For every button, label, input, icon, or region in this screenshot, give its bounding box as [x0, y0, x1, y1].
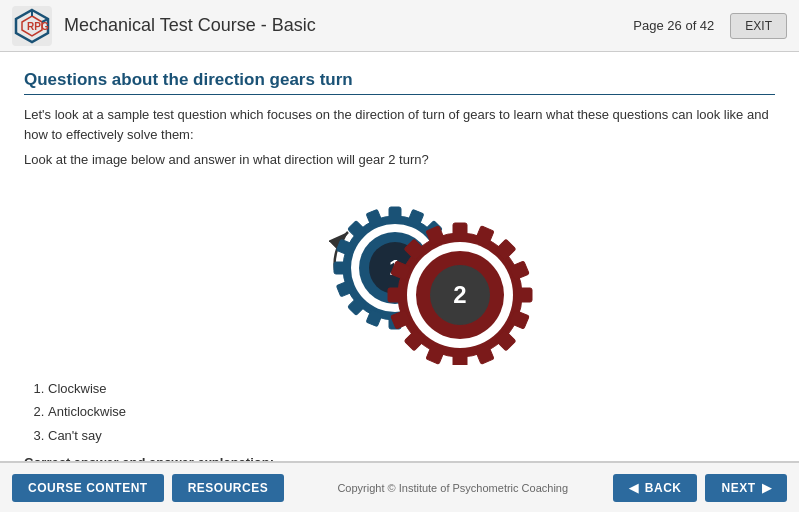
question-text: Look at the image below and answer in wh…	[24, 152, 775, 167]
correct-answer-label: Correct answer and answer explanation:	[24, 455, 775, 462]
section-title: Questions about the direction gears turn	[24, 70, 775, 95]
svg-text:RPG: RPG	[27, 21, 49, 32]
next-button[interactable]: NEXT ▶	[705, 474, 787, 502]
svg-rect-9	[389, 207, 401, 221]
gears-illustration: 1	[24, 177, 775, 367]
resources-button[interactable]: RESOURCES	[172, 474, 285, 502]
course-content-button[interactable]: COURSE CONTENT	[12, 474, 164, 502]
gears-svg: 1	[240, 180, 560, 365]
header-title: Mechanical Test Course - Basic	[64, 15, 633, 36]
svg-rect-31	[453, 351, 467, 365]
nav-buttons: ◀ BACK NEXT ▶	[613, 474, 787, 502]
option-2: Anticlockwise	[48, 400, 775, 423]
answer-options: Clockwise Anticlockwise Can't say	[24, 377, 775, 447]
back-arrow-icon: ◀	[629, 481, 639, 495]
option-3: Can't say	[48, 424, 775, 447]
svg-rect-12	[334, 262, 348, 274]
page-info: Page 26 of 42	[633, 18, 714, 33]
footer: COURSE CONTENT RESOURCES Copyright © Ins…	[0, 462, 799, 512]
logo-icon: RPG	[12, 6, 52, 46]
svg-rect-30	[453, 223, 467, 239]
intro-text: Let's look at a sample test question whi…	[24, 105, 775, 144]
main-content: Questions about the direction gears turn…	[0, 52, 799, 462]
copyright-text: Copyright © Institute of Psychometric Co…	[292, 482, 613, 494]
exit-button[interactable]: EXIT	[730, 13, 787, 39]
svg-rect-33	[388, 288, 404, 302]
header: RPG Mechanical Test Course - Basic Page …	[0, 0, 799, 52]
option-1: Clockwise	[48, 377, 775, 400]
next-arrow-icon: ▶	[762, 481, 772, 495]
back-button[interactable]: ◀ BACK	[613, 474, 697, 502]
svg-rect-32	[516, 288, 532, 302]
svg-text:2: 2	[453, 281, 466, 308]
